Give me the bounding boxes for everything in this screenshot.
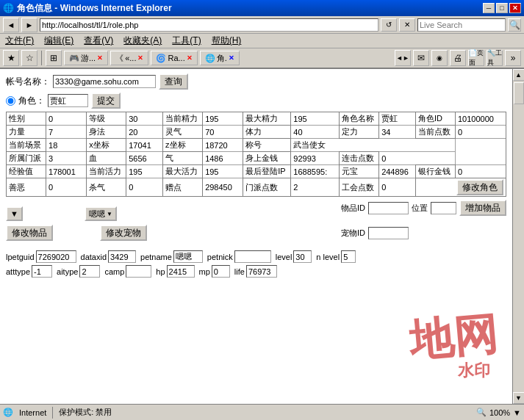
role-input[interactable] [48,94,88,107]
add-item-button[interactable]: 增加物品 [459,200,506,216]
role-radio[interactable] [6,96,15,106]
input-concentration[interactable] [381,128,407,137]
pet-level-input[interactable] [293,250,312,263]
input-spirit[interactable] [205,128,231,137]
input-gender[interactable] [49,115,69,123]
pet-lpetguid-input[interactable] [36,250,76,263]
pet-life-input[interactable] [246,265,277,278]
tab-ra-close[interactable]: ✕ [187,54,193,62]
search-go-button[interactable]: 🔍 [508,18,521,32]
toolbar-fav-star[interactable]: ★ [3,50,19,66]
query-button[interactable]: 查询 [159,73,188,90]
menu-help[interactable]: 帮助(H) [209,34,244,48]
toolbar-tools[interactable]: 🔧工具 [487,50,503,66]
tab-game-close[interactable]: ✕ [97,54,103,62]
input-max-energy[interactable] [293,115,319,123]
forward-button[interactable]: ► [21,18,37,32]
menu-tools[interactable]: 工具(T) [170,34,203,48]
minimize-button[interactable]: ─ [483,3,495,13]
refresh-button[interactable]: ↺ [381,18,397,32]
input-z[interactable] [205,141,234,150]
input-cur-points[interactable] [458,128,500,137]
pet-atttype-label: atttype [6,267,30,276]
toolbar-grid[interactable]: ⊞ [46,50,62,66]
input-morality[interactable] [49,183,69,192]
toolbar-more[interactable]: » [505,50,521,66]
modify-pet-button[interactable]: 修改宠物 [100,225,147,241]
pet-mp-input[interactable] [212,265,230,278]
input-cur-energy[interactable] [205,115,231,123]
submit-button[interactable]: 提交 [91,93,121,109]
scroll-up-button[interactable]: ▲ [513,69,525,81]
pet-camp-input[interactable] [126,265,151,278]
toolbar-nav-back[interactable]: ◄► [395,50,411,66]
item-pos-input[interactable] [431,202,456,214]
input-last-ip[interactable] [293,167,334,176]
input-exp[interactable] [49,167,82,176]
search-input[interactable] [417,18,506,32]
input-role-id[interactable] [458,115,500,123]
modify-item-button[interactable]: 修改物品 [6,225,53,241]
input-gift[interactable] [205,183,238,192]
input-kill[interactable] [129,183,149,192]
toolbar-page[interactable]: 📄页面 [468,50,484,66]
item-id-input[interactable] [368,202,409,214]
input-max-vitality[interactable] [205,167,229,176]
maximize-button[interactable]: □ [496,3,508,13]
tab-angle-close[interactable]: ✕ [229,54,234,62]
toolbar-rss[interactable]: ◉ [431,50,448,66]
input-faction-pts[interactable] [293,183,317,192]
back-button[interactable]: ◄ [3,18,19,32]
input-level[interactable] [129,115,153,123]
toolbar-print[interactable]: 🖨 [450,50,466,66]
menu-view[interactable]: 查看(V) [82,34,115,48]
tab-game[interactable]: 🎮 游... ✕ [64,51,108,65]
address-input[interactable] [40,18,378,32]
input-guild-pts[interactable] [381,183,406,192]
toolbar-fav-add[interactable]: ☆ [21,50,37,66]
input-strength[interactable] [49,128,69,137]
pet-id-input[interactable] [368,227,409,239]
input-title[interactable] [293,141,367,150]
toolbar-mail[interactable]: ✉ [413,50,429,66]
input-scene[interactable] [49,141,69,150]
input-ingot[interactable] [381,167,411,176]
pet-atttype-input[interactable] [32,265,52,278]
pet-dataxid-input[interactable] [108,250,136,263]
input-cur-vitality[interactable] [129,167,153,176]
input-physique[interactable] [293,128,319,137]
val-cur-energy [203,112,243,126]
vertical-scrollbar[interactable]: ▲ ▼ [512,69,524,404]
menu-file[interactable]: 文件(F) [3,34,36,48]
pet-petname-input[interactable] [173,250,203,263]
left-dropdown[interactable]: ▼ [6,206,23,221]
tab-recent-close[interactable]: ✕ [137,54,143,62]
pet-dropdown[interactable]: 嗯嗯 ▼ [85,206,117,221]
tab-recent[interactable]: 《 «... ✕ [110,51,148,65]
menu-edit[interactable]: 编辑(E) [42,34,76,48]
pet-petnick-input[interactable] [234,250,271,263]
tab-ra[interactable]: 🌀 Ra... ✕ [151,51,197,65]
close-button[interactable]: ✕ [509,3,521,13]
menu-favorites[interactable]: 收藏夹(A) [121,34,164,48]
input-gold[interactable] [293,154,326,163]
input-faction[interactable] [49,154,69,163]
input-mp[interactable] [205,154,234,163]
modify-role-button[interactable]: 修改角色 [456,179,503,195]
input-x[interactable] [129,141,158,150]
stop-button[interactable]: ✕ [399,18,415,32]
input-role-name[interactable] [381,115,407,123]
pet-aitype-input[interactable] [79,265,100,278]
input-bank[interactable] [458,167,480,176]
account-input[interactable] [53,75,156,88]
tab-angle[interactable]: 🌐 角. ✕ [200,51,240,65]
pet-nlevel-input[interactable] [341,250,356,263]
label-spirit: 灵气 [163,126,203,139]
input-combo[interactable] [381,154,407,163]
label-scene: 当前场景 [7,139,46,152]
scroll-thumb[interactable] [514,82,524,104]
pet-hp-input[interactable] [167,265,195,278]
input-hp[interactable] [129,154,158,163]
scroll-down-button[interactable]: ▼ [513,392,525,404]
input-agility[interactable] [129,128,153,137]
